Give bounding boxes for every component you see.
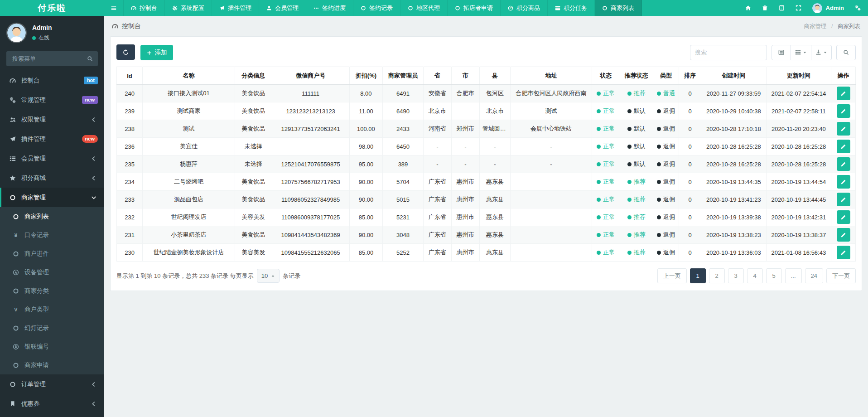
cell-actions [831,120,856,138]
page-button-4[interactable]: 4 [747,268,763,283]
status-badge: 正常 [597,107,615,115]
nav-item-11[interactable]: 商家列表 [595,0,642,16]
sidebar-subitem-4[interactable]: 商家分类 [0,281,104,300]
sidebar-item-3[interactable]: 插件管理new [0,129,104,149]
gauge-icon [131,5,136,11]
brand-logo: 付乐啦 [0,0,104,16]
add-button[interactable]: 添加 [140,45,173,60]
trash-icon[interactable] [762,5,768,11]
nav-item-3[interactable]: 插件管理 [212,0,259,16]
cell-updated: 2021-02-07 22:54:14 [766,85,831,102]
log-icon[interactable] [779,5,785,11]
sidebar: Admin 在线 控制台hot常规管理new权限管理插件管理new会员管理积分商… [0,16,104,417]
sidebar-subitem-7[interactable]: 银联编号 [0,337,104,356]
search-icon[interactable] [87,56,93,62]
cell-status: 正常 [592,226,620,244]
sidebar-user-status[interactable]: 在线 [32,34,52,42]
cell-name: 接口接入测试01 [143,85,235,102]
nav-item-2[interactable]: 系统配置 [165,0,212,16]
navbar-user[interactable]: Admin [812,3,844,13]
edit-button[interactable] [837,228,850,242]
nav-item-8[interactable]: 拓店者申请 [448,0,501,16]
page-button-24[interactable]: 24 [805,268,823,283]
plane-icon [8,136,17,142]
nav-item-1[interactable]: 控制台 [124,0,165,16]
edit-button[interactable] [837,193,850,206]
nav-item-label: 拓店者申请 [463,4,493,12]
settings-cogs-icon[interactable] [855,5,861,11]
cell-mch: 110986009378177025 [272,208,349,226]
sidebar-item-2[interactable]: 权限管理 [0,110,104,129]
next-page-button[interactable]: 下一页 [826,268,856,283]
pencil-icon [840,161,846,167]
col-header-13: 排序 [679,67,701,85]
page-button-1[interactable]: 1 [690,268,706,283]
cell-status: 正常 [592,120,620,138]
cell-mch: 109841555212632065 [272,244,349,262]
sidebar-subitem-2[interactable]: 商户进件 [0,244,104,263]
prev-page-button[interactable]: 上一页 [657,268,687,283]
edit-button[interactable] [837,122,850,136]
table-row: 235杨惠萍未选择12521041707655987595.00389----正… [117,155,856,173]
nav-item-4[interactable]: 会员管理 [259,0,306,16]
table-row: 239测试商家美食饮品12312321321312311.006490北京市北京… [117,102,856,120]
dashboard-icon [112,23,118,29]
sidebar-subitem-8[interactable]: 商家申请 [0,356,104,374]
col-header-4: 折扣(%) [349,67,382,85]
cell-address: 会展中心地铁站 [511,120,592,138]
sidebar-item-7[interactable]: 订单管理 [0,374,104,394]
edit-button[interactable] [837,87,850,100]
sidebar-toggle-button[interactable] [104,0,124,16]
export-button[interactable] [811,45,832,60]
cell-type: 返佣 [653,155,679,173]
sidebar-item-1[interactable]: 常规管理new [0,90,104,110]
sidebar-search-input[interactable] [11,55,79,63]
cell-actions [831,173,856,191]
edit-button[interactable] [837,157,850,171]
nav-item-7[interactable]: 地区代理 [400,0,448,16]
cell-category: 未选择 [235,138,272,155]
edit-button[interactable] [837,104,850,118]
cell-actions [831,191,856,208]
table-search-input[interactable] [690,45,767,60]
sidebar-item-4[interactable]: 会员管理 [0,149,104,168]
cell-province: - [423,155,451,173]
cell-address [511,191,592,208]
edit-button[interactable] [837,246,850,259]
page-size-dropdown[interactable]: 10 [257,269,280,283]
nav-item-6[interactable]: 签约记录 [353,0,400,16]
edit-button[interactable] [837,175,850,189]
fullscreen-icon[interactable] [796,5,801,11]
columns-button[interactable] [791,45,811,60]
cell-status: 正常 [592,191,620,208]
cell-manager: 389 [383,155,424,173]
sidebar-subitem-6[interactable]: 幻灯记录 [0,319,104,337]
cell-county: 惠东县 [479,244,511,262]
sidebar-item-6[interactable]: 商家管理 [0,188,104,207]
edit-button[interactable] [837,140,850,153]
refresh-button[interactable] [116,44,135,60]
cell-type: 返佣 [653,138,679,155]
home-icon[interactable] [745,5,751,11]
cell-sort: 0 [679,85,701,102]
sidebar-item-8[interactable]: 优惠券 [0,394,104,413]
sidebar-item-5[interactable]: 积分商城 [0,168,104,188]
nav-item-10[interactable]: 积分任务 [548,0,595,16]
nav-item-5[interactable]: 签约进度 [306,0,353,16]
sidebar-subitem-1[interactable]: ¥口令记录 [0,226,104,244]
edit-button[interactable] [837,210,850,224]
page-button-5[interactable]: 5 [766,268,782,283]
nav-item-9[interactable]: P积分商品 [501,0,548,16]
search-button[interactable] [836,45,856,60]
cell-mch [272,138,349,155]
sidebar-subitem-0[interactable]: 商家列表 [0,207,104,226]
breadcrumb-parent[interactable]: 商家管理 [804,23,827,29]
page-button-2[interactable]: 2 [709,268,725,283]
page-button-3[interactable]: 3 [728,268,744,283]
cell-updated: 2021-02-07 22:58:11 [766,102,831,120]
sidebar-subitem-3[interactable]: 设备管理 [0,263,104,281]
sidebar-subitem-5[interactable]: V商户类型 [0,300,104,319]
sidebar-item-0[interactable]: 控制台hot [0,71,104,90]
toggle-view-button[interactable] [772,45,791,60]
recommend-badge: 推荐 [627,231,646,239]
